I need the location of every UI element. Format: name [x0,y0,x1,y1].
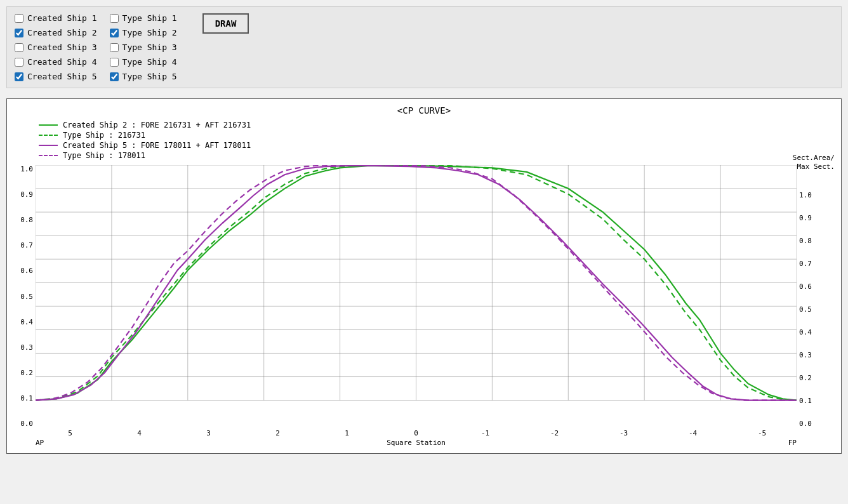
legend-item-2: Created Ship 5 : FORE 178011 + AFT 17801… [39,141,835,150]
x-label-5: 0 [381,429,451,437]
y-axis-right: Sect.Area/ Max Sect. 1.00.90.80.70.60.50… [797,165,835,447]
legend-line-3 [39,155,58,156]
created-ship-3-checkbox[interactable] [15,43,23,52]
y-left-label-4: 0.6 [13,267,33,275]
y-right-label-5: 0.5 [799,305,835,314]
legend-text-3: Type Ship : 178011 [63,151,145,160]
created-ship-4-checkbox[interactable] [15,58,23,67]
type-ship-3-item[interactable]: Type Ship 3 [110,41,177,53]
y-left-label-7: 0.3 [13,343,33,352]
type-ships-group: Type Ship 1Type Ship 2Type Ship 3Type Sh… [110,12,177,83]
legend-line-2 [39,145,58,146]
ap-label: AP [36,439,44,447]
created-ships-group: Created Ship 1Created Ship 2Created Ship… [15,12,97,83]
y-left-label-1: 0.9 [13,190,33,199]
created-ship-4-item[interactable]: Created Ship 4 [15,56,97,68]
legend-text-2: Created Ship 5 : FORE 178011 + AFT 17801… [63,141,251,150]
created-ship-5-checkbox[interactable] [15,72,23,81]
type-ship-1-item[interactable]: Type Ship 1 [110,12,177,24]
created-ship-3-label: Created Ship 3 [27,43,97,52]
x-axis-labels: 543210-1-2-3-4-5 [36,429,797,437]
chart-title: <CP CURVE> [13,105,835,116]
type-ship-4-label: Type Ship 4 [123,57,177,67]
type-ship-2-label: Type Ship 2 [123,28,177,37]
legend-item-1: Type Ship : 216731 [39,131,835,140]
type-ship-4-checkbox[interactable] [110,58,119,67]
x-label-2: 3 [174,429,243,437]
y-left-label-6: 0.4 [13,318,33,326]
chart-legend: Created Ship 2 : FORE 216731 + AFT 21673… [39,121,835,160]
created-ship-3-item[interactable]: Created Ship 3 [15,41,97,53]
type-ship-5-checkbox[interactable] [110,72,119,81]
y-left-label-8: 0.2 [13,369,33,377]
y-left-label-9: 0.1 [13,394,33,402]
y-left-label-3: 0.7 [13,241,33,249]
x-label-9: -4 [658,429,727,437]
y-right-label-2: 0.8 [799,237,835,245]
type-ship-1-label: Type Ship 1 [123,13,177,23]
right-axis-label: Sect.Area/ Max Sect. [793,154,835,172]
created-ship-4-label: Created Ship 4 [27,57,97,67]
chart-area: 1.00.90.80.70.60.50.40.30.20.10.0 [13,165,835,447]
y-left-label-0: 1.0 [13,165,33,173]
created-ship-5-item[interactable]: Created Ship 5 [15,70,97,83]
created-ship-2-item[interactable]: Created Ship 2 [15,27,97,39]
created-ship-2-label: Created Ship 2 [27,28,97,37]
created-ship-2-checkbox[interactable] [15,29,23,37]
type-ship-5-label: Type Ship 5 [123,72,177,81]
y-right-label-1: 0.9 [799,214,835,222]
x-label-3: 2 [243,429,312,437]
x-label-7: -2 [520,429,589,437]
y-right-label-4: 0.6 [799,282,835,291]
y-left-label-5: 0.5 [13,293,33,301]
created-ship-1-label: Created Ship 1 [27,13,97,23]
y-right-label-6: 0.4 [799,328,835,336]
type-ship-3-checkbox[interactable] [110,43,119,52]
x-label-10: -5 [727,429,797,437]
legend-text-0: Created Ship 2 : FORE 216731 + AFT 21673… [63,121,251,129]
y-right-label-8: 0.2 [799,374,835,382]
y-right-label-3: 0.7 [799,260,835,268]
x-label-1: 4 [105,429,174,437]
type-ship-3-label: Type Ship 3 [123,43,177,52]
type-ship-2-checkbox[interactable] [110,29,119,37]
y-right-label-9: 0.1 [799,397,835,405]
legend-item-0: Created Ship 2 : FORE 216731 + AFT 21673… [39,121,835,129]
y-right-label-7: 0.3 [799,351,835,359]
legend-line-1 [39,135,58,136]
created-ship-1-item[interactable]: Created Ship 1 [15,12,97,24]
x-label-8: -3 [589,429,658,437]
y-left-label-2: 0.8 [13,216,33,224]
created-ship-5-label: Created Ship 5 [27,72,97,81]
type-ship-2-item[interactable]: Type Ship 2 [110,27,177,39]
y-right-label-10: 0.0 [799,420,835,428]
legend-text-1: Type Ship : 216731 [63,131,145,140]
plot-wrapper: 543210-1-2-3-4-5 AP Square Station FP [36,165,797,447]
created-ship-1-checkbox[interactable] [15,14,23,23]
y-right-label-0: 1.0 [799,191,835,199]
y-axis-left: 1.00.90.80.70.60.50.40.30.20.10.0 [13,165,36,447]
fp-label: FP [788,439,797,447]
legend-line-0 [39,124,58,126]
sq-station-label: Square Station [36,439,797,447]
x-label-4: 1 [312,429,381,437]
x-label-0: 5 [36,429,105,437]
top-panel: Created Ship 1Created Ship 2Created Ship… [6,6,842,88]
y-left-label-10: 0.0 [13,420,33,428]
chart-svg [36,165,797,428]
x-label-6: -1 [451,429,520,437]
type-ship-1-checkbox[interactable] [110,14,119,23]
draw-button[interactable]: DRAW [202,13,249,34]
type-ship-4-item[interactable]: Type Ship 4 [110,56,177,68]
legend-item-3: Type Ship : 178011 [39,151,835,160]
x-axis-bottom: AP Square Station FP [36,439,797,447]
chart-container: <CP CURVE> Created Ship 2 : FORE 216731 … [6,98,842,454]
type-ship-5-item[interactable]: Type Ship 5 [110,70,177,83]
